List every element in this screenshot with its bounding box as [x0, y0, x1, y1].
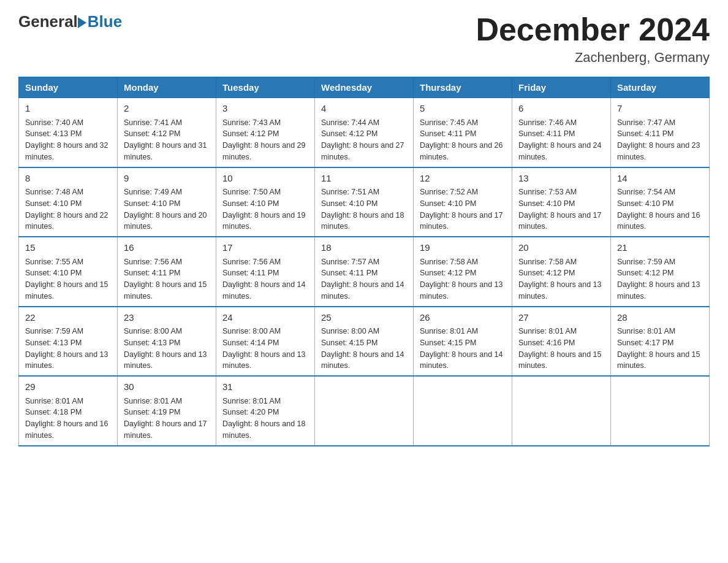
day-number: 6: [518, 102, 604, 116]
daylight-info: Daylight: 8 hours and 13 minutes.: [222, 349, 308, 372]
calendar-cell: 27 Sunrise: 8:01 AM Sunset: 4:16 PM Dayl…: [512, 307, 611, 377]
day-number: 24: [222, 311, 308, 325]
calendar-table: SundayMondayTuesdayWednesdayThursdayFrid…: [18, 77, 710, 446]
sunset-info: Sunset: 4:12 PM: [617, 267, 703, 279]
day-number: 7: [617, 102, 703, 116]
sunrise-info: Sunrise: 7:52 AM: [420, 186, 506, 198]
calendar-cell: 11 Sunrise: 7:51 AM Sunset: 4:10 PM Dayl…: [315, 167, 414, 237]
sunset-info: Sunset: 4:10 PM: [222, 198, 308, 210]
calendar-week-row: 29 Sunrise: 8:01 AM Sunset: 4:18 PM Dayl…: [19, 376, 710, 446]
sunset-info: Sunset: 4:15 PM: [321, 337, 407, 349]
header-thursday: Thursday: [414, 77, 512, 98]
calendar-header-row: SundayMondayTuesdayWednesdayThursdayFrid…: [19, 77, 710, 98]
header-sunday: Sunday: [19, 77, 118, 98]
calendar-cell: [315, 376, 414, 446]
daylight-info: Daylight: 8 hours and 13 minutes.: [617, 279, 703, 302]
logo-blue-text: Blue: [88, 12, 122, 31]
sunrise-info: Sunrise: 7:55 AM: [25, 256, 111, 268]
sunset-info: Sunset: 4:11 PM: [420, 128, 506, 140]
daylight-info: Daylight: 8 hours and 19 minutes.: [222, 210, 308, 233]
sunset-info: Sunset: 4:10 PM: [25, 198, 111, 210]
calendar-cell: 13 Sunrise: 7:53 AM Sunset: 4:10 PM Dayl…: [512, 167, 611, 237]
sunrise-info: Sunrise: 7:48 AM: [25, 186, 111, 198]
sunset-info: Sunset: 4:17 PM: [617, 337, 703, 349]
sunset-info: Sunset: 4:15 PM: [420, 337, 506, 349]
daylight-info: Daylight: 8 hours and 24 minutes.: [518, 140, 604, 163]
calendar-week-row: 1 Sunrise: 7:40 AM Sunset: 4:13 PM Dayli…: [19, 98, 710, 167]
calendar-cell: 9 Sunrise: 7:49 AM Sunset: 4:10 PM Dayli…: [118, 167, 216, 237]
header-saturday: Saturday: [611, 77, 710, 98]
sunrise-info: Sunrise: 7:44 AM: [321, 117, 407, 129]
calendar-cell: 20 Sunrise: 7:58 AM Sunset: 4:12 PM Dayl…: [512, 237, 611, 307]
sunrise-info: Sunrise: 8:01 AM: [420, 326, 506, 337]
sunrise-info: Sunrise: 8:01 AM: [124, 396, 210, 407]
sunrise-info: Sunrise: 7:58 AM: [420, 256, 506, 268]
location-title: Zachenberg, Germany: [476, 50, 710, 66]
day-number: 25: [321, 311, 407, 325]
day-number: 29: [25, 380, 111, 394]
day-number: 17: [222, 241, 308, 255]
sunrise-info: Sunrise: 7:56 AM: [222, 256, 308, 268]
day-number: 2: [124, 102, 210, 116]
daylight-info: Daylight: 8 hours and 23 minutes.: [617, 140, 703, 163]
daylight-info: Daylight: 8 hours and 27 minutes.: [321, 140, 407, 163]
calendar-cell: 7 Sunrise: 7:47 AM Sunset: 4:11 PM Dayli…: [611, 98, 710, 167]
day-number: 9: [124, 172, 210, 186]
daylight-info: Daylight: 8 hours and 15 minutes.: [25, 279, 111, 302]
day-number: 20: [518, 241, 604, 255]
daylight-info: Daylight: 8 hours and 13 minutes.: [518, 279, 604, 302]
sunrise-info: Sunrise: 8:01 AM: [617, 326, 703, 337]
sunrise-info: Sunrise: 8:00 AM: [222, 326, 308, 337]
calendar-cell: 21 Sunrise: 7:59 AM Sunset: 4:12 PM Dayl…: [611, 237, 710, 307]
sunrise-info: Sunrise: 7:47 AM: [617, 117, 703, 129]
sunset-info: Sunset: 4:12 PM: [321, 128, 407, 140]
sunset-info: Sunset: 4:12 PM: [222, 128, 308, 140]
day-number: 27: [518, 311, 604, 325]
sunset-info: Sunset: 4:13 PM: [25, 128, 111, 140]
day-number: 21: [617, 241, 703, 255]
header-wednesday: Wednesday: [315, 77, 414, 98]
sunset-info: Sunset: 4:10 PM: [321, 198, 407, 210]
sunset-info: Sunset: 4:11 PM: [617, 128, 703, 140]
sunset-info: Sunset: 4:11 PM: [222, 267, 308, 279]
daylight-info: Daylight: 8 hours and 14 minutes.: [420, 349, 506, 372]
sunset-info: Sunset: 4:12 PM: [518, 267, 604, 279]
calendar-cell: 19 Sunrise: 7:58 AM Sunset: 4:12 PM Dayl…: [414, 237, 512, 307]
sunset-info: Sunset: 4:10 PM: [617, 198, 703, 210]
calendar-cell: 25 Sunrise: 8:00 AM Sunset: 4:15 PM Dayl…: [315, 307, 414, 377]
daylight-info: Daylight: 8 hours and 14 minutes.: [321, 349, 407, 372]
daylight-info: Daylight: 8 hours and 31 minutes.: [124, 140, 210, 163]
daylight-info: Daylight: 8 hours and 14 minutes.: [321, 279, 407, 302]
sunrise-info: Sunrise: 7:59 AM: [617, 256, 703, 268]
day-number: 5: [420, 102, 506, 116]
sunrise-info: Sunrise: 7:49 AM: [124, 186, 210, 198]
sunset-info: Sunset: 4:19 PM: [124, 407, 210, 418]
daylight-info: Daylight: 8 hours and 14 minutes.: [222, 279, 308, 302]
calendar-cell: 10 Sunrise: 7:50 AM Sunset: 4:10 PM Dayl…: [216, 167, 315, 237]
sunrise-info: Sunrise: 8:00 AM: [321, 326, 407, 337]
daylight-info: Daylight: 8 hours and 13 minutes.: [25, 349, 111, 372]
calendar-cell: 30 Sunrise: 8:01 AM Sunset: 4:19 PM Dayl…: [118, 376, 216, 446]
daylight-info: Daylight: 8 hours and 17 minutes.: [518, 210, 604, 233]
logo-blue-part: Blue: [78, 12, 122, 31]
sunset-info: Sunset: 4:18 PM: [25, 407, 111, 418]
daylight-info: Daylight: 8 hours and 29 minutes.: [222, 140, 308, 163]
calendar-cell: 26 Sunrise: 8:01 AM Sunset: 4:15 PM Dayl…: [414, 307, 512, 377]
sunset-info: Sunset: 4:12 PM: [124, 128, 210, 140]
calendar-week-row: 22 Sunrise: 7:59 AM Sunset: 4:13 PM Dayl…: [19, 307, 710, 377]
day-number: 26: [420, 311, 506, 325]
day-number: 23: [124, 311, 210, 325]
sunset-info: Sunset: 4:16 PM: [518, 337, 604, 349]
calendar-week-row: 8 Sunrise: 7:48 AM Sunset: 4:10 PM Dayli…: [19, 167, 710, 237]
sunrise-info: Sunrise: 7:41 AM: [124, 117, 210, 129]
day-number: 19: [420, 241, 506, 255]
sunset-info: Sunset: 4:10 PM: [124, 198, 210, 210]
month-title: December 2024: [476, 12, 710, 47]
daylight-info: Daylight: 8 hours and 17 minutes.: [420, 210, 506, 233]
day-number: 31: [222, 380, 308, 394]
calendar-cell: 2 Sunrise: 7:41 AM Sunset: 4:12 PM Dayli…: [118, 98, 216, 167]
sunrise-info: Sunrise: 7:46 AM: [518, 117, 604, 129]
sunrise-info: Sunrise: 7:57 AM: [321, 256, 407, 268]
daylight-info: Daylight: 8 hours and 15 minutes.: [518, 349, 604, 372]
day-number: 18: [321, 241, 407, 255]
